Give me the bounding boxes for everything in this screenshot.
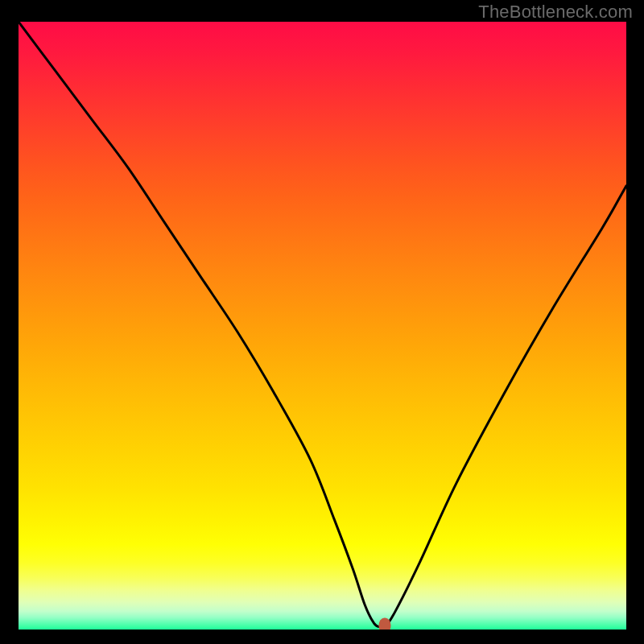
bottleneck-curve-path <box>19 22 626 629</box>
chart-container: TheBottleneck.com <box>0 0 644 644</box>
plot-area <box>19 22 626 630</box>
curve-svg <box>19 22 626 630</box>
watermark-text: TheBottleneck.com <box>478 2 633 23</box>
minimum-marker <box>379 618 391 630</box>
